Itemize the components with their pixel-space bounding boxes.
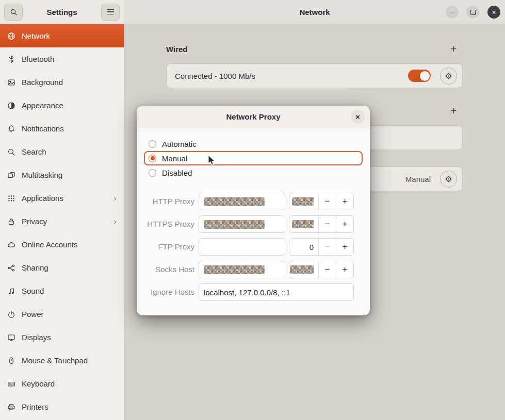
increment-button[interactable]: + [336, 216, 353, 232]
increment-button[interactable]: + [336, 261, 353, 278]
sidebar-item-label: Online Accounts [22, 240, 77, 249]
gear-icon: ⚙ [445, 71, 452, 81]
sidebar-item-label: Notifications [22, 124, 64, 133]
radio-unchecked-icon[interactable] [149, 169, 156, 177]
sidebar-header: Settings [0, 0, 124, 24]
sidebar-item-label: Sharing [22, 263, 48, 272]
wired-settings-button[interactable]: ⚙ [440, 68, 457, 85]
lock-icon [7, 217, 15, 226]
radio-checked-icon[interactable] [149, 155, 156, 162]
option-label: Disabled [162, 169, 192, 177]
gear-icon: ⚙ [445, 174, 452, 184]
mouse-icon [7, 357, 15, 365]
redacted-value [290, 265, 314, 274]
chevron-right-icon: › [113, 217, 117, 226]
sidebar-item-mouse-touchpad[interactable]: Mouse & Touchpad [0, 349, 124, 372]
increment-button[interactable]: + [336, 193, 353, 210]
decrement-button[interactable]: − [318, 193, 336, 210]
radio-unchecked-icon[interactable] [149, 140, 156, 148]
search-button[interactable] [4, 4, 23, 21]
bluetooth-icon [7, 55, 15, 63]
sidebar-item-privacy[interactable]: Privacy › [0, 210, 124, 233]
ftp-port-value: 0 [309, 243, 314, 251]
sidebar-item-sharing[interactable]: Sharing [0, 256, 124, 279]
wired-section-heading: Wired [166, 45, 188, 54]
redacted-value [292, 197, 314, 206]
sidebar-item-label: Background [22, 78, 63, 87]
monitor-icon [7, 333, 15, 342]
http-port-spinner[interactable]: − + [289, 193, 354, 210]
add-vpn-button[interactable]: + [450, 105, 457, 116]
sidebar-item-applications[interactable]: Applications › [0, 187, 124, 210]
wired-connection-row[interactable]: Connected - 1000 Mb/s ⚙ [166, 63, 463, 88]
socks-port-spinner[interactable]: − + [289, 261, 354, 278]
music-note-icon [7, 287, 15, 295]
appearance-theme-icon [7, 102, 15, 110]
sidebar-item-search[interactable]: Search [0, 140, 124, 163]
chevron-right-icon: › [113, 194, 117, 203]
proxy-mode-value: Manual [405, 175, 431, 183]
proxy-mode-options: Automatic Manual Disabled [144, 137, 363, 180]
sidebar-item-online-accounts[interactable]: Online Accounts [0, 233, 124, 256]
option-disabled[interactable]: Disabled [144, 165, 363, 180]
sidebar-item-printers[interactable]: Printers [0, 395, 124, 418]
sidebar-item-label: Applications [22, 194, 63, 203]
keyboard-icon [7, 380, 15, 388]
dialog-header: Network Proxy × [137, 106, 370, 128]
sidebar-item-displays[interactable]: Displays [0, 326, 124, 349]
close-window-button[interactable]: × [487, 6, 500, 19]
dialog-title: Network Proxy [226, 112, 280, 121]
primary-menu-button[interactable] [101, 4, 120, 21]
ftp-proxy-label: FTP Proxy [141, 238, 194, 256]
network-globe-icon [7, 32, 15, 40]
decrement-button[interactable]: − [318, 239, 336, 255]
ignore-hosts-input[interactable] [199, 283, 354, 301]
https-proxy-input[interactable] [199, 215, 285, 233]
sidebar-item-network[interactable]: Network [0, 24, 124, 47]
proxy-settings-button[interactable]: ⚙ [440, 171, 457, 188]
wired-status-label: Connected - 1000 Mb/s [175, 72, 408, 80]
background-image-icon [7, 78, 15, 87]
sidebar-item-label: Search [22, 147, 46, 156]
close-icon: × [492, 8, 496, 16]
ftp-port-spinner[interactable]: 0 − + [289, 238, 354, 256]
http-proxy-input[interactable] [199, 193, 285, 210]
overlapping-windows-icon [7, 171, 15, 179]
sidebar-item-power[interactable]: Power [0, 303, 124, 326]
sidebar-item-bluetooth[interactable]: Bluetooth [0, 47, 124, 71]
sidebar-item-sound[interactable]: Sound [0, 279, 124, 303]
sidebar-item-multitasking[interactable]: Multitasking [0, 163, 124, 187]
option-automatic[interactable]: Automatic [144, 137, 363, 151]
socks-host-label: Socks Host [141, 261, 194, 278]
http-proxy-label: HTTP Proxy [141, 193, 194, 210]
maximize-button[interactable] [466, 6, 479, 19]
sidebar-item-keyboard[interactable]: Keyboard [0, 372, 124, 395]
ftp-proxy-input[interactable] [199, 238, 285, 256]
dialog-close-button[interactable]: × [351, 110, 365, 124]
increment-button[interactable]: + [336, 239, 353, 255]
sidebar-item-label: Bluetooth [22, 55, 54, 63]
sidebar-item-background[interactable]: Background [0, 71, 124, 94]
printer-icon [7, 403, 15, 411]
sidebar-item-label: Multitasking [22, 171, 62, 179]
socks-host-input[interactable] [199, 261, 285, 278]
decrement-button[interactable]: − [318, 261, 336, 278]
settings-window: Settings Network Bluetooth Background Ap… [0, 0, 505, 420]
hamburger-icon [107, 9, 114, 15]
sidebar-item-notifications[interactable]: Notifications [0, 117, 124, 140]
redacted-value [204, 265, 265, 274]
decrement-button[interactable]: − [318, 216, 336, 232]
add-wired-connection-button[interactable]: + [450, 43, 457, 54]
app-grid-icon [7, 194, 15, 203]
option-manual[interactable]: Manual [144, 151, 363, 165]
minimize-button[interactable]: − [446, 6, 459, 19]
page-title: Network [299, 8, 330, 16]
redacted-value [204, 197, 265, 206]
wired-toggle-switch[interactable] [408, 70, 431, 82]
https-port-spinner[interactable]: − + [289, 215, 354, 233]
bell-icon [7, 125, 15, 133]
sidebar-item-label: Keyboard [22, 379, 55, 388]
sidebar-item-label: Printers [22, 402, 48, 411]
magnifier-icon [7, 148, 15, 156]
sidebar-item-appearance[interactable]: Appearance [0, 94, 124, 117]
